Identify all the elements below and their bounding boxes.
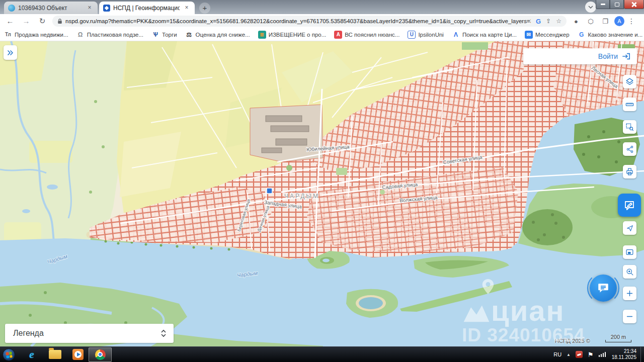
bookmark-item[interactable]: GКаково значение и... bbox=[578, 31, 643, 39]
bookmark-item[interactable]: ΩПластиковая подзе... bbox=[76, 31, 143, 39]
tab-search-button[interactable] bbox=[585, 2, 596, 13]
bookmark-label: ИЗВЕЩЕНИЕ о про... bbox=[269, 32, 327, 38]
share-button[interactable] bbox=[623, 142, 636, 156]
chrome-icon bbox=[95, 349, 106, 360]
overview-map-icon bbox=[625, 248, 634, 256]
draw-bubble-icon bbox=[623, 199, 635, 211]
login-bar[interactable]: Войти bbox=[523, 48, 637, 64]
browser-tab-2-active[interactable]: НСПД | Геоинформационный п × bbox=[99, 2, 195, 14]
tab2-title: НСПД | Геоинформационный п bbox=[113, 5, 180, 12]
window-minimize-button[interactable] bbox=[596, 0, 610, 9]
side-panel-icon[interactable]: ❐ bbox=[600, 18, 610, 25]
tab1-title: 10369430 Объект bbox=[18, 5, 83, 12]
taskbar-clock[interactable]: 21:34 18.11.2025 bbox=[612, 348, 636, 361]
window-close-button[interactable] bbox=[624, 0, 644, 9]
taskbar: e RU ▲ ⚑ 21:34 18.11.2025 bbox=[0, 346, 644, 362]
google-icon[interactable]: G bbox=[536, 18, 541, 25]
scale-line bbox=[605, 340, 631, 342]
internet-explorer-icon: e bbox=[29, 348, 34, 361]
url-text: nspd.gov.ru/map?thematic=PKK&zoom=15&coo… bbox=[65, 18, 531, 24]
double-chevron-right-icon bbox=[7, 50, 14, 56]
internet-explorer-button[interactable]: e bbox=[23, 347, 40, 362]
bookmark-item[interactable]: ⚖Оценка для сниже... bbox=[185, 31, 250, 39]
printer-icon bbox=[625, 167, 634, 176]
back-button[interactable]: ← bbox=[4, 15, 16, 27]
show-desktop-button[interactable] bbox=[640, 347, 644, 362]
bookmark-label: Поиск на карте Ци... bbox=[462, 32, 517, 38]
locate-button[interactable] bbox=[623, 221, 636, 235]
bookmark-star-icon[interactable]: ☆ bbox=[556, 18, 561, 25]
bookmark-item[interactable]: ѰТорги bbox=[151, 31, 177, 39]
bookmark-item[interactable]: ΛПоиск на карте Ци... bbox=[452, 31, 517, 39]
reload-button[interactable]: ↻ bbox=[36, 15, 48, 27]
network-signal-icon[interactable] bbox=[599, 352, 607, 357]
chat-bubble-icon bbox=[597, 282, 610, 295]
tray-expand-icon[interactable]: ▲ bbox=[567, 352, 571, 357]
browser-menu-icon[interactable]: ⋮ bbox=[628, 17, 635, 25]
file-explorer-button[interactable] bbox=[46, 347, 63, 362]
settlement-label: ЧАРДЫМ bbox=[284, 193, 319, 200]
ruler-icon bbox=[625, 100, 634, 109]
tab2-favicon-icon bbox=[103, 5, 110, 12]
login-label: Войти bbox=[598, 52, 618, 60]
address-bar[interactable]: nspd.gov.ru/map?thematic=PKK&zoom=15&coo… bbox=[52, 16, 567, 27]
bookmark-favicon-icon: ✉ bbox=[525, 31, 533, 39]
language-indicator[interactable]: RU bbox=[553, 351, 561, 357]
bookmark-label: Каково значение и... bbox=[588, 32, 643, 38]
clock-time: 21:34 bbox=[624, 348, 636, 354]
search-location-button[interactable] bbox=[623, 265, 636, 279]
bookmark-label: Мессенджер bbox=[535, 32, 570, 38]
windows-start-icon bbox=[3, 348, 15, 361]
browser-tab-1[interactable]: 10369430 Объект × bbox=[4, 2, 98, 14]
layers-button[interactable] bbox=[623, 75, 636, 88]
bookmark-favicon-icon: G bbox=[578, 31, 586, 39]
window-controls bbox=[596, 0, 644, 9]
extension-icon[interactable]: ● bbox=[571, 18, 581, 25]
tab2-close-icon[interactable]: × bbox=[183, 4, 191, 12]
bookmark-item[interactable]: ТлПродажа недвижи... bbox=[4, 31, 68, 39]
bookmark-item[interactable]: UIpsilonUni bbox=[408, 31, 444, 39]
bookmark-item[interactable]: ≣ИЗВЕЩЕНИЕ о про... bbox=[258, 31, 327, 39]
minus-icon bbox=[626, 313, 633, 320]
share-icon[interactable]: ⇪ bbox=[546, 18, 551, 25]
zoom-in-button[interactable] bbox=[623, 287, 636, 300]
start-button[interactable] bbox=[0, 347, 17, 362]
action-center-flag-icon[interactable]: ⚑ bbox=[588, 351, 594, 358]
overview-map-button[interactable] bbox=[623, 245, 636, 259]
zoom-out-button[interactable] bbox=[623, 310, 636, 323]
selected-object-marker[interactable] bbox=[267, 188, 272, 194]
expand-collapse-icon[interactable] bbox=[160, 329, 167, 338]
bookmark-favicon-icon: U bbox=[408, 31, 416, 39]
forward-button[interactable]: → bbox=[20, 15, 32, 27]
lock-icon bbox=[57, 18, 62, 24]
profile-avatar[interactable]: A bbox=[614, 16, 624, 26]
new-tab-button[interactable]: + bbox=[199, 3, 210, 14]
area-select-button[interactable] bbox=[623, 120, 636, 134]
media-player-button[interactable] bbox=[69, 347, 87, 362]
tab1-close-icon[interactable]: × bbox=[86, 4, 94, 12]
chat-support-button[interactable] bbox=[590, 275, 617, 302]
chrome-taskbar-button[interactable] bbox=[89, 347, 112, 362]
map-canvas[interactable]: Юбилейная улица Советская улица Садовая … bbox=[0, 41, 644, 346]
legend-title: Легенда bbox=[13, 329, 44, 338]
bookmark-favicon-icon: ⚖ bbox=[185, 31, 193, 39]
bookmark-item[interactable]: ✉Мессенджер bbox=[525, 31, 570, 39]
legend-panel[interactable]: Легенда bbox=[5, 324, 174, 343]
search-location-icon bbox=[625, 267, 634, 276]
print-button[interactable] bbox=[623, 165, 636, 178]
bookmark-label: Торги bbox=[162, 32, 177, 38]
navigation-arrow-icon bbox=[626, 224, 634, 232]
folder-icon bbox=[49, 350, 61, 359]
scale-label: 200 m bbox=[605, 334, 631, 340]
window-restore-button[interactable] bbox=[610, 0, 624, 9]
scale-bar: 200 m bbox=[605, 334, 631, 342]
select-area-icon bbox=[625, 123, 634, 131]
sidebar-expand-button[interactable] bbox=[4, 45, 17, 60]
bookmark-label: IpsilonUni bbox=[418, 32, 444, 38]
feedback-draw-button[interactable] bbox=[618, 194, 641, 217]
antivirus-tray-icon[interactable] bbox=[576, 351, 583, 358]
clock-date: 18.11.2025 bbox=[612, 354, 636, 360]
extensions-puzzle-icon[interactable]: ⬡ bbox=[586, 18, 596, 25]
bookmark-item[interactable]: АВС пояснил нюанс... bbox=[334, 31, 399, 39]
measure-button[interactable] bbox=[623, 98, 636, 111]
